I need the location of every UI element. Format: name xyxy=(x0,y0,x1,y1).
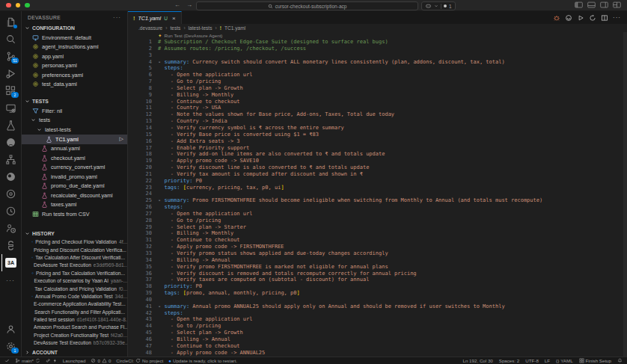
more-actions-icon[interactable]: ··· xyxy=(113,14,121,21)
test-file-item[interactable]: annual.yaml xyxy=(22,144,127,154)
history-nav: ← → xyxy=(174,0,192,10)
history-item[interactable]: Tax Calculation After Discount Verificat… xyxy=(22,253,127,261)
history-item[interactable]: Project Creation Functionality Test f42a… xyxy=(22,331,127,339)
rerun-icon[interactable] xyxy=(589,14,596,22)
extension-logo-icon[interactable] xyxy=(565,14,572,22)
history-item[interactable]: DevAssure Test Execution b57c0932-39e... xyxy=(22,339,127,347)
history-item[interactable]: Pricing and Checkout Flow Validation 4f.… xyxy=(22,238,127,246)
editor-scrollbar[interactable] xyxy=(623,32,627,357)
settings-gear-icon[interactable]: 1 xyxy=(1,338,19,355)
test-file-item[interactable]: taxes.yaml xyxy=(22,200,127,210)
accounts-icon[interactable] xyxy=(1,321,19,338)
tests-folder[interactable]: tests xyxy=(22,116,127,126)
history-item[interactable]: Annual Promo Code Validation Test 34d... xyxy=(22,292,127,300)
history-item[interactable]: Failed test session d1ef410f-1841-440e-8… xyxy=(22,315,127,323)
breadcrumb-item[interactable]: .devassure xyxy=(138,25,162,31)
check-status[interactable] xyxy=(4,358,10,363)
section-configuration[interactable]: CONFIGURATION xyxy=(22,23,127,33)
history-item[interactable]: Search Functionality and Filter Applicat… xyxy=(22,308,127,315)
history-item[interactable]: Pricing and Tax Calculation Verification… xyxy=(22,269,127,277)
section-tests[interactable]: TESTS xyxy=(22,96,127,106)
split-editor-icon[interactable] xyxy=(601,14,608,22)
run-tests-from-csv[interactable]: Run tests from CSV xyxy=(22,209,127,219)
extensions-icon[interactable]: 2 xyxy=(1,82,19,99)
config-file-item[interactable]: personas.yaml xyxy=(22,61,127,71)
person-history-icon[interactable] xyxy=(1,220,19,237)
chat-button[interactable]: 1 xyxy=(421,1,456,10)
forward-button[interactable]: → xyxy=(186,0,192,10)
finish-setup[interactable]: Finish Setup xyxy=(579,358,611,363)
close-window-button[interactable] xyxy=(6,3,11,8)
notifications-bell[interactable] xyxy=(617,358,623,363)
run-test-button[interactable]: ▷ xyxy=(120,136,123,142)
search-icon[interactable] xyxy=(1,31,19,48)
maximize-window-button[interactable] xyxy=(25,3,30,8)
source-control-icon[interactable]: 51 xyxy=(1,48,19,65)
close-tab-icon[interactable]: × xyxy=(172,15,176,22)
breadcrumb-item[interactable]: latest-tests xyxy=(189,25,212,31)
cursor-position[interactable]: Ln 192, Col 30 xyxy=(463,358,493,363)
config-file-item[interactable]: agent_instructions.yaml xyxy=(22,43,127,52)
tab-tc1-yaml[interactable]: ! TC1.yaml U × xyxy=(128,11,182,24)
remote-explorer-icon[interactable] xyxy=(1,99,19,117)
test-file-item[interactable]: currency_convert.yaml xyxy=(22,163,127,173)
editor-actions: ··· xyxy=(553,11,627,24)
back-button[interactable]: ← xyxy=(174,0,180,10)
circleci-status[interactable]: CircleCI: No project xyxy=(116,358,163,363)
section-account[interactable]: ACCOUNT xyxy=(22,348,127,357)
language-mode[interactable]: {} YAML xyxy=(556,358,573,363)
update-status[interactable]: ● Update is ready, click to restart. xyxy=(168,358,237,363)
target-icon[interactable] xyxy=(1,185,19,203)
git-branch-status[interactable]: main* xyxy=(15,358,40,363)
code-line: 23 tags: [currency, pricing, tax, p0, ui… xyxy=(132,185,627,191)
breadcrumb-item[interactable]: TC1.yaml xyxy=(224,25,245,31)
toggle-primary-sidebar-icon[interactable] xyxy=(575,1,583,8)
encoding[interactable]: UTF-8 xyxy=(525,358,539,363)
run-debug-icon[interactable] xyxy=(1,65,19,82)
history-item[interactable]: Execution of scenarios by Yaan AI yaan-.… xyxy=(22,277,127,284)
vscode-window: ← → cursor-checkout-subscription-acp 1 xyxy=(0,0,627,364)
eol[interactable]: LF xyxy=(545,358,550,363)
test-file-item[interactable]: recalculate_discount.yaml xyxy=(22,191,127,200)
command-center[interactable]: cursor-checkout-subscription-acp xyxy=(196,1,418,10)
run-test-codelens[interactable]: ✦ Run Test (DevAssure Agent) xyxy=(158,32,627,39)
clock-icon[interactable] xyxy=(1,203,19,220)
bug-icon[interactable] xyxy=(553,14,560,22)
org-chart-icon[interactable] xyxy=(1,151,19,168)
tests-filter[interactable]: Filter: nil xyxy=(22,106,127,116)
config-file-item[interactable]: app.yaml xyxy=(22,52,127,61)
test-file-item[interactable]: invalid_promo.yaml xyxy=(22,172,127,182)
explorer-icon[interactable] xyxy=(1,13,19,31)
test-file-item-selected[interactable]: TC1.yaml ▷ xyxy=(22,135,127,144)
config-file-item[interactable]: preferences.yaml xyxy=(22,70,127,80)
problems-status[interactable]: 0 0 xyxy=(91,358,111,363)
python-icon[interactable] xyxy=(1,237,19,254)
environment-item[interactable]: Environment: default xyxy=(22,33,127,43)
dark-logo-icon[interactable] xyxy=(1,168,19,185)
toggle-secondary-sidebar-icon[interactable] xyxy=(600,1,608,8)
history-item[interactable]: DevAssure Test Execution e3ddf969-8d1... xyxy=(22,262,127,269)
more-views-icon[interactable]: ··· xyxy=(1,271,19,289)
link-status[interactable] xyxy=(46,358,58,363)
minimize-window-button[interactable] xyxy=(16,3,21,8)
history-item[interactable]: Tax Calculation and Pricing Validation f… xyxy=(22,285,127,292)
github-icon[interactable] xyxy=(1,134,19,151)
breadcrumb-item[interactable]: tests xyxy=(170,25,180,31)
toggle-panel-icon[interactable] xyxy=(587,1,596,8)
more-actions-icon[interactable]: ··· xyxy=(613,14,621,21)
indentation[interactable]: Spaces: 2 xyxy=(499,358,520,363)
test-file-item[interactable]: promo_due_date.yaml xyxy=(22,182,127,191)
run-icon[interactable] xyxy=(577,14,584,22)
config-file-item[interactable]: test_data.yaml xyxy=(22,80,127,90)
history-item[interactable]: Pricing and Discount Calculation Verific… xyxy=(22,246,127,253)
test-beaker-icon[interactable] xyxy=(1,117,19,134)
launchpad-status[interactable]: Launchpad xyxy=(63,358,86,363)
history-item[interactable]: E-commerce Application Availability Test… xyxy=(22,300,127,308)
filter-icon xyxy=(32,108,39,114)
test-file-item[interactable]: checkout.yaml xyxy=(22,153,127,163)
history-item[interactable]: Amazon Product Search and Purchase Fl... xyxy=(22,324,127,331)
devassure-logo-icon[interactable]: 3A xyxy=(1,254,20,271)
latest-tests-folder[interactable]: latest-tests xyxy=(22,125,127,135)
customize-layout-icon[interactable] xyxy=(613,1,621,8)
section-history[interactable]: HISTORY xyxy=(22,229,127,238)
